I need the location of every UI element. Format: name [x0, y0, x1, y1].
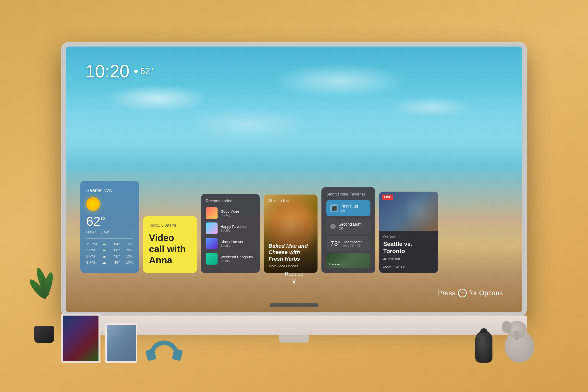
- forecast-time: 12 PM: [86, 242, 98, 246]
- weather-dot-icon: [134, 70, 138, 73]
- thermostat-name: Thermostat: [343, 240, 366, 244]
- photo-image: [107, 325, 136, 361]
- tv-info: On Now Seattle vs. Toronto 40 min left M…: [379, 231, 438, 273]
- camera-label: Backyard: [329, 262, 342, 266]
- weather-forecast: 12 PM ☁ 64° 10% 3 PM ☁ 66° 20% 6 PM: [86, 238, 133, 264]
- forecast-row-6pm: 6 PM ☁ 58° 10%: [86, 254, 133, 258]
- options-hint-text2: for Options: [469, 289, 503, 297]
- food-more-options[interactable]: More Food Options: [268, 264, 312, 268]
- tv-screen: 10:20 62° Seattle, WA 62° H 64° L 49°: [66, 46, 522, 312]
- forecast-pct: 10%: [124, 242, 133, 246]
- music-thumbnail: [206, 207, 218, 219]
- cards-container: Seattle, WA 62° H 64° L 49° 12 PM ☁ 64°: [80, 181, 508, 273]
- plug-header: ⬛ First Plug On: [330, 204, 366, 212]
- cloud-icon: ☁: [102, 248, 106, 252]
- music-info: Disco Forever Spotify: [220, 240, 255, 248]
- music-item-3[interactable]: Disco Forever Spotify: [206, 238, 255, 250]
- live-badge: LIVE: [382, 194, 393, 200]
- music-item-2[interactable]: Happy Favorites Spotify: [206, 222, 255, 234]
- live-tv-card[interactable]: LIVE On Now Seattle vs. Toronto 40 min l…: [379, 192, 438, 273]
- music-thumbnail: [206, 253, 218, 264]
- stand-left-items: [61, 314, 186, 362]
- plug-info: First Plug On: [340, 204, 358, 212]
- sun-icon: [86, 197, 100, 211]
- weather-city: Seattle, WA: [86, 188, 133, 193]
- art-image: [63, 316, 98, 361]
- music-info: Happy Favorites Spotify: [220, 224, 255, 232]
- music-item-4[interactable]: Weekend Hangouts Spotify: [206, 253, 255, 264]
- forecast-row-3pm: 3 PM ☁ 66° 20%: [86, 248, 133, 252]
- plug-name: First Plug: [340, 204, 358, 209]
- more-live-tv[interactable]: More Live TV: [383, 265, 434, 269]
- music-info: Weekend Hangouts Spotify: [220, 255, 255, 263]
- clock-weather: 62°: [134, 66, 153, 76]
- smarthome-section-title: Smart Home Favorites: [326, 192, 370, 196]
- cloud-icon: ☁: [102, 242, 106, 246]
- forecast-row-12pm: 12 PM ☁ 64° 10%: [86, 242, 133, 246]
- forecast-temp: 58°: [110, 254, 120, 258]
- options-hint: Press for Options: [438, 288, 503, 298]
- second-light-device[interactable]: Second Light Off: [326, 219, 370, 234]
- forecast-time: 3 PM: [86, 248, 98, 252]
- tv-speaker-bar: [270, 303, 318, 307]
- smarthome-card[interactable]: Smart Home Favorites ⬛ First Plug On: [322, 187, 375, 273]
- music-source: Spotify: [220, 259, 255, 263]
- forecast-pct: 10%: [124, 254, 133, 258]
- note-date: Today, 5:09 PM: [149, 223, 191, 228]
- headphones: [142, 338, 186, 362]
- options-icon: [458, 288, 467, 298]
- weather-hilo: H 64° L 49°: [86, 230, 133, 234]
- on-now-label: On Now: [383, 235, 434, 239]
- food-title: Baked Mac and Cheese with Fresh Herbs: [268, 243, 312, 262]
- note-text: Video call with Anna: [149, 232, 191, 266]
- food-card[interactable]: What To Eat Baked Mac and Cheese with Fr…: [264, 194, 318, 273]
- room: 10:20 62° Seattle, WA 62° H 64° L 49°: [0, 0, 588, 392]
- music-card[interactable]: Recommended Good Vibes Spotify Happy Fav…: [201, 194, 260, 273]
- art-frame: [61, 314, 100, 362]
- music-thumbnail: [206, 222, 218, 234]
- plug-status: On: [340, 209, 358, 212]
- music-source: Spotify: [220, 244, 255, 248]
- options-hint-text: Press: [438, 289, 456, 297]
- music-name: Happy Favorites: [220, 224, 255, 228]
- clock-area: 10:20 62°: [85, 61, 154, 81]
- food-section-title: What To Eat: [268, 198, 289, 203]
- thermostat-temp: 73°: [330, 240, 340, 248]
- light-icon: [330, 224, 336, 229]
- music-name: Weekend Hangouts: [220, 255, 255, 259]
- music-source: Spotify: [220, 228, 255, 232]
- light-name: Second Light: [338, 222, 366, 226]
- plant-leaves: [30, 252, 59, 326]
- time-left: 40 min left: [383, 257, 434, 261]
- camera-device[interactable]: Backyard: [326, 253, 370, 268]
- music-name: Good Vibes: [220, 209, 255, 214]
- food-background: What To Eat Baked Mac and Cheese with Fr…: [264, 194, 318, 273]
- stand-right-items: [475, 314, 539, 362]
- music-item-1[interactable]: Good Vibes Spotify: [206, 207, 255, 219]
- music-source: Spotify: [220, 214, 255, 217]
- weather-card[interactable]: Seattle, WA 62° H 64° L 49° 12 PM ☁ 64°: [80, 181, 139, 273]
- plant-pot: [34, 326, 54, 343]
- note-card[interactable]: Today, 5:09 PM Video call with Anna: [143, 216, 197, 273]
- thermostat-range: Auto 72° - 76°: [343, 244, 366, 248]
- show-title: Seattle vs. Toronto: [383, 240, 434, 255]
- forecast-pct: 10%: [124, 260, 133, 264]
- music-thumbnail: [206, 238, 218, 250]
- forecast-row-9pm: 9 PM ☁ 49° 10%: [86, 260, 133, 264]
- stuffed-elephant: [500, 314, 539, 362]
- cloud-icon: ☁: [102, 260, 106, 264]
- light-status: Off: [338, 226, 366, 230]
- clock-temp: 62°: [140, 66, 153, 76]
- elephant-ear-left: [502, 321, 512, 333]
- thermostat-device[interactable]: 73° Thermostat Auto 72° - 76°: [326, 236, 370, 251]
- chevron-down-icon: ∨: [285, 277, 303, 285]
- reduce-button[interactable]: Reduce ∨: [285, 271, 303, 285]
- thermostat-info: Thermostat Auto 72° - 76°: [343, 240, 366, 248]
- clock-time: 10:20: [85, 61, 129, 81]
- forecast-temp: 66°: [110, 248, 120, 252]
- plant-decoration: [30, 252, 59, 343]
- music-info: Good Vibes Spotify: [220, 209, 255, 217]
- forecast-time: 6 PM: [86, 254, 98, 258]
- tv-program-image: LIVE: [379, 192, 438, 231]
- first-plug-device[interactable]: ⬛ First Plug On: [326, 200, 370, 216]
